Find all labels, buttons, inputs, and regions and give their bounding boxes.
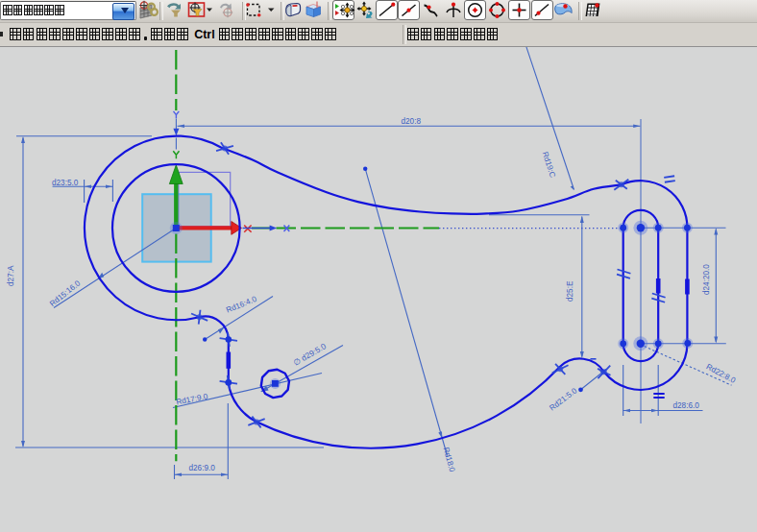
svg-text:Rd22:8.0: Rd22:8.0: [705, 362, 738, 385]
svg-text:Rd16:4.0: Rd16:4.0: [225, 295, 258, 315]
svg-text:d27:A: d27:A: [7, 265, 15, 286]
svg-text:d24:20.0: d24:20.0: [702, 264, 711, 295]
svg-text:Rd17:9.0: Rd17:9.0: [176, 392, 209, 406]
svg-text:Rd19:C: Rd19:C: [541, 151, 557, 179]
svg-text:d26:9.0: d26:9.0: [189, 464, 216, 472]
svg-text:Rd18:0: Rd18:0: [442, 447, 457, 473]
svg-text:Rd21:5.0: Rd21:5.0: [548, 386, 578, 412]
svg-text:d20:8: d20:8: [402, 117, 422, 126]
svg-text:d25:E: d25:E: [566, 280, 574, 302]
svg-text:d23:5.0: d23:5.0: [52, 179, 79, 187]
svg-text:Rd15:16.0: Rd15:16.0: [48, 278, 82, 308]
svg-text:d28:6.0: d28:6.0: [673, 401, 700, 410]
